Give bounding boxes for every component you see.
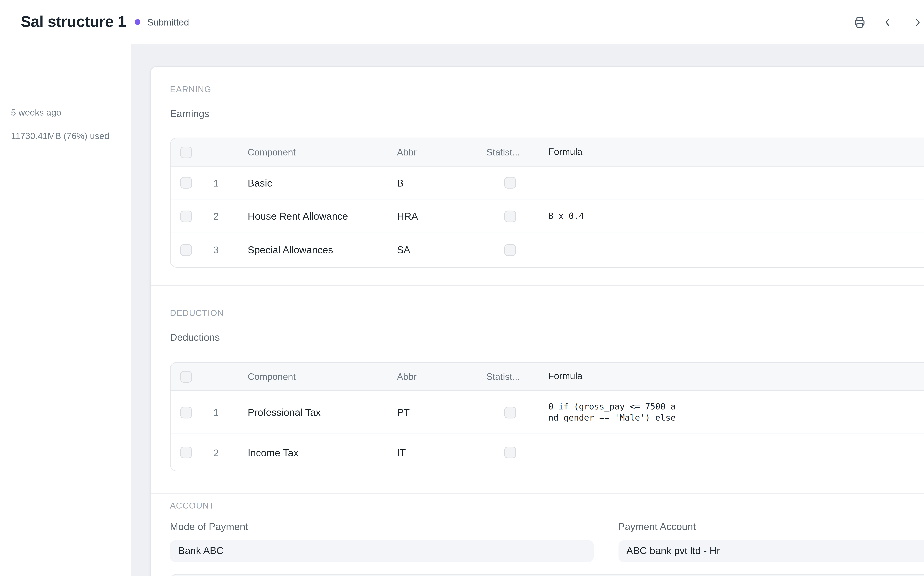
- statistical-checkbox[interactable]: [504, 210, 516, 222]
- component-cell[interactable]: Special Allowances: [234, 245, 383, 256]
- chevron-left-icon: [882, 17, 893, 27]
- row-select-checkbox[interactable]: [180, 446, 192, 458]
- mode-of-payment-label: Mode of Payment: [170, 521, 593, 532]
- table-row[interactable]: 1 Professional Tax PT 0 if (gross_pay <=…: [171, 391, 924, 434]
- section-label-earning: EARNING: [170, 85, 211, 94]
- storage-usage: 11730.41MB (76%) used: [11, 131, 109, 141]
- app-window: Sal structure 1 Submitted: [0, 0, 924, 576]
- main-content: EARNING Earnings Component Abbr Statist.…: [131, 44, 924, 576]
- status-badge: Submitted: [135, 0, 189, 44]
- select-all-checkbox[interactable]: [180, 146, 192, 158]
- section-divider: [150, 493, 924, 494]
- statistical-checkbox[interactable]: [504, 446, 516, 458]
- chevron-right-icon: [912, 17, 922, 27]
- mode-of-payment-input[interactable]: Bank ABC: [170, 540, 593, 562]
- row-number: 2: [198, 447, 234, 458]
- printer-icon: [853, 16, 866, 29]
- form-card: EARNING Earnings Component Abbr Statist.…: [150, 66, 924, 576]
- abbr-cell[interactable]: HRA: [383, 211, 473, 222]
- next-document-button[interactable]: [912, 17, 922, 27]
- formula-cell[interactable]: B x 0.4: [547, 211, 771, 222]
- statistical-checkbox[interactable]: [504, 177, 516, 189]
- column-header-abbr[interactable]: Abbr: [383, 371, 473, 382]
- row-number: 2: [198, 211, 234, 222]
- mode-of-payment-field: Mode of Payment Bank ABC: [170, 521, 593, 562]
- column-header-statistical[interactable]: Statist...: [473, 371, 547, 382]
- deductions-grid-header: Component Abbr Statist... Formula Amount: [171, 363, 924, 391]
- row-select-checkbox[interactable]: [180, 244, 192, 256]
- deductions-grid: Component Abbr Statist... Formula Amount…: [170, 362, 924, 471]
- component-cell[interactable]: Income Tax: [234, 447, 383, 458]
- last-modified: 5 weeks ago: [11, 107, 61, 118]
- formula-cell[interactable]: 0 if (gross_pay <= 7500 and gender == 'M…: [547, 401, 817, 424]
- section-divider: [150, 285, 924, 286]
- payment-account-label: Payment Account: [618, 521, 924, 532]
- abbr-cell[interactable]: IT: [383, 447, 473, 458]
- row-number: 1: [198, 407, 234, 418]
- table-row[interactable]: 1 Basic B EGP 50,000.00: [171, 166, 924, 200]
- earnings-grid-header: Component Abbr Statist... Formula Amount: [171, 138, 924, 166]
- status-dot-icon: [135, 19, 141, 25]
- abbr-cell[interactable]: PT: [383, 407, 473, 418]
- abbr-cell[interactable]: SA: [383, 245, 473, 256]
- sidebar: 5 weeks ago 11730.41MB (76%) used: [0, 44, 131, 576]
- component-cell[interactable]: House Rent Allowance: [234, 211, 383, 222]
- row-select-checkbox[interactable]: [180, 210, 192, 222]
- section-label-deduction: DEDUCTION: [170, 308, 224, 318]
- payment-account-field: Payment Account ABC bank pvt ltd - Hr: [618, 521, 924, 562]
- section-label-account: ACCOUNT: [170, 501, 215, 510]
- column-header-statistical[interactable]: Statist...: [473, 147, 547, 157]
- column-header-formula[interactable]: Formula: [547, 371, 775, 382]
- deductions-field-label: Deductions: [170, 332, 220, 343]
- column-header-component[interactable]: Component: [234, 371, 383, 382]
- page-title: Sal structure 1: [21, 0, 126, 44]
- prev-document-button[interactable]: [882, 17, 893, 27]
- table-row[interactable]: 3 Special Allowances SA EGP 20,000.00: [171, 233, 924, 267]
- earnings-grid: Component Abbr Statist... Formula Amount…: [170, 138, 924, 267]
- column-header-component[interactable]: Component: [234, 147, 383, 157]
- print-button[interactable]: [853, 16, 866, 29]
- abbr-cell[interactable]: B: [383, 178, 473, 189]
- component-cell[interactable]: Professional Tax: [234, 407, 383, 418]
- header-bar: Sal structure 1 Submitted: [0, 0, 924, 44]
- status-label: Submitted: [147, 17, 189, 27]
- column-header-formula[interactable]: Formula: [547, 146, 775, 158]
- payment-account-input[interactable]: ABC bank pvt ltd - Hr: [618, 540, 924, 562]
- row-select-checkbox[interactable]: [180, 177, 192, 189]
- statistical-checkbox[interactable]: [504, 244, 516, 256]
- table-row[interactable]: 2 House Rent Allowance HRA B x 0.4 EGP 0…: [171, 200, 924, 233]
- row-number: 3: [198, 245, 234, 256]
- component-cell[interactable]: Basic: [234, 178, 383, 189]
- account-fields: Mode of Payment Bank ABC Payment Account…: [170, 521, 924, 562]
- column-header-abbr[interactable]: Abbr: [383, 147, 473, 157]
- statistical-checkbox[interactable]: [504, 406, 516, 418]
- next-grid-top-edge: [170, 574, 924, 576]
- header-actions: Menu Cancel: [853, 0, 924, 44]
- row-select-checkbox[interactable]: [180, 406, 192, 418]
- row-number: 1: [198, 178, 234, 189]
- earnings-field-label: Earnings: [170, 108, 209, 119]
- select-all-checkbox[interactable]: [180, 371, 192, 382]
- table-row[interactable]: 2 Income Tax IT EGP 0.00: [171, 434, 924, 470]
